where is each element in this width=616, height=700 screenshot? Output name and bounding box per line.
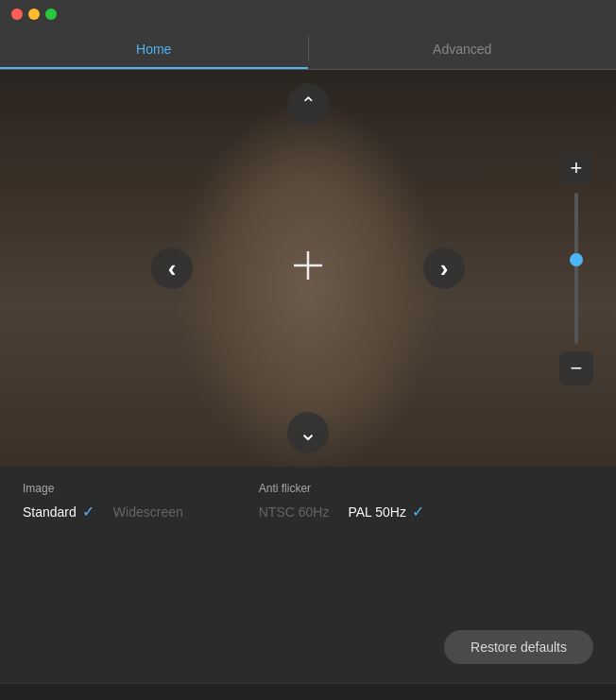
antiflicker-ntsc-label: NTSC 60Hz (259, 504, 330, 520)
image-widescreen-option[interactable]: Widescreen (113, 504, 183, 520)
maximize-button[interactable] (45, 9, 57, 20)
pan-left-button[interactable] (151, 248, 193, 289)
zoom-in-icon: + (571, 156, 583, 180)
tab-home[interactable]: Home (0, 28, 308, 69)
zoom-thumb[interactable] (570, 253, 583, 266)
zoom-out-icon: − (571, 356, 583, 381)
pan-down-button[interactable] (287, 412, 329, 453)
close-button[interactable] (11, 9, 23, 20)
camera-view: + − (0, 70, 616, 467)
image-label: Image (23, 482, 183, 495)
pan-right-button[interactable] (423, 248, 465, 289)
zoom-in-button[interactable]: + (559, 151, 593, 185)
traffic-lights (11, 9, 57, 20)
image-widescreen-label: Widescreen (113, 504, 183, 520)
title-bar (0, 0, 616, 28)
footer: logitech 罗技高清网络摄像机 C930c Control ℹ (0, 683, 616, 700)
zoom-track[interactable] (574, 193, 578, 344)
pan-up-button[interactable] (287, 83, 329, 125)
image-standard-check: ✓ (82, 503, 94, 521)
image-setting-group: Image Standard ✓ Widescreen (23, 482, 183, 521)
chevron-right-icon (440, 254, 449, 283)
pan-center-indicator (294, 251, 322, 285)
image-standard-label: Standard (23, 504, 77, 520)
antiflicker-ntsc-option[interactable]: NTSC 60Hz (259, 504, 330, 520)
antiflicker-label: Anti flicker (259, 482, 424, 495)
camera-background: + − (0, 70, 616, 467)
zoom-out-button[interactable]: − (559, 351, 593, 385)
image-options: Standard ✓ Widescreen (23, 503, 183, 521)
restore-defaults-button[interactable]: Restore defaults (444, 630, 593, 664)
settings-panel: Image Standard ✓ Widescreen Anti flicker… (0, 467, 616, 536)
antiflicker-pal-option[interactable]: PAL 50Hz ✓ (348, 503, 423, 521)
minimize-button[interactable] (28, 9, 40, 20)
antiflicker-options: NTSC 60Hz PAL 50Hz ✓ (259, 503, 424, 521)
spacer (0, 536, 616, 630)
tab-bar: Home Advanced (0, 28, 616, 70)
antiflicker-pal-check: ✓ (412, 503, 424, 521)
action-row: Restore defaults (0, 630, 616, 683)
zoom-slider: + − (559, 151, 593, 385)
antiflicker-pal-label: PAL 50Hz (348, 504, 405, 520)
chevron-up-icon (300, 93, 317, 115)
image-standard-option[interactable]: Standard ✓ (23, 503, 94, 521)
tab-advanced[interactable]: Advanced (309, 28, 617, 69)
chevron-left-icon (168, 254, 177, 283)
antiflicker-setting-group: Anti flicker NTSC 60Hz PAL 50Hz ✓ (259, 482, 424, 521)
chevron-down-icon (299, 419, 317, 446)
